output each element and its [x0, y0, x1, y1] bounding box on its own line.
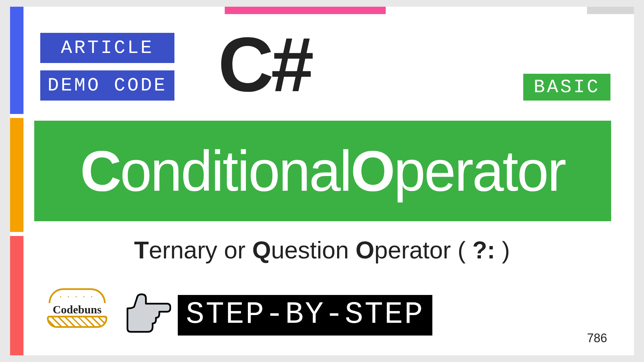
accent-strip-pink — [225, 7, 386, 14]
subtitle: Ternary or Question Operator ( ?: ) — [10, 236, 634, 264]
title-letter-c: C — [80, 138, 120, 204]
subtitle-part-perator: perator ( — [374, 237, 472, 263]
language-heading: C# — [218, 20, 311, 109]
title-part-onditional: onditional — [120, 138, 351, 204]
main-title: Conditional Operator — [34, 121, 611, 221]
accent-strip-grey — [587, 7, 634, 14]
title-letter-o: O — [351, 138, 394, 204]
step-by-step-badge: STEP-BY-STEP — [178, 295, 432, 336]
subtitle-letter-o: O — [356, 237, 374, 263]
subtitle-part-ernary: ernary or — [149, 237, 252, 263]
subtitle-close-paren: ) — [495, 237, 510, 263]
accent-strip-orange — [10, 118, 23, 232]
page-number: 786 — [587, 331, 607, 345]
burger-bun-top-icon — [49, 288, 106, 303]
burger-bun-bottom-icon — [47, 316, 107, 328]
codebuns-logo: Codebuns — [44, 288, 111, 328]
pointing-hand-icon — [121, 292, 171, 344]
subtitle-letter-t: T — [134, 237, 149, 263]
subtitle-operator-symbol: ?: — [472, 237, 495, 263]
badge-level-basic: BASIC — [523, 74, 610, 101]
subtitle-part-uestion: uestion — [271, 237, 356, 263]
badge-article: ARTICLE — [40, 33, 174, 63]
subtitle-letter-q: Q — [252, 237, 271, 263]
accent-strip-blue — [10, 7, 23, 114]
slide-card: ARTICLE DEMO CODE C# BASIC Conditional O… — [10, 7, 634, 355]
logo-text: Codebuns — [45, 303, 109, 316]
title-part-perator: perator — [394, 138, 565, 204]
badge-demo-code: DEMO CODE — [40, 70, 174, 101]
